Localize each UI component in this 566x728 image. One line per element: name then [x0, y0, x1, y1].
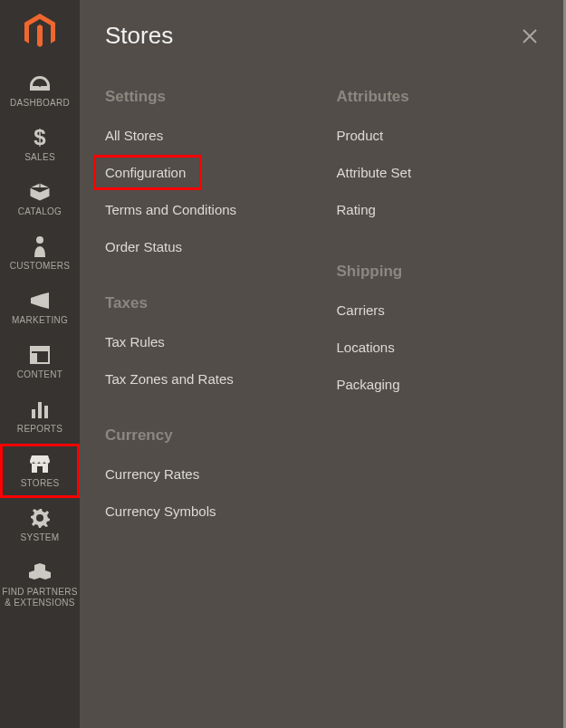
menu-attribute-set[interactable]: Attribute Set	[337, 165, 542, 180]
menu-columns: Settings All Stores Configuration Terms …	[105, 88, 541, 559]
nav-label: STORES	[21, 478, 60, 489]
section-heading: Taxes	[105, 294, 310, 312]
nav-marketing[interactable]: MARKETING	[0, 281, 80, 335]
dashboard-icon	[27, 72, 53, 94]
nav-partners[interactable]: FIND PARTNERS & EXTENSIONS	[0, 552, 80, 618]
menu-currency-rates[interactable]: Currency Rates	[105, 466, 310, 482]
section-attributes: Attributes Product Attribute Set Rating	[337, 88, 542, 217]
bars-icon	[27, 398, 53, 420]
close-button[interactable]	[519, 25, 541, 47]
section-heading: Settings	[105, 88, 310, 106]
menu-configuration[interactable]: Configuration	[93, 155, 202, 190]
menu-all-stores[interactable]: All Stores	[105, 128, 310, 143]
menu-tax-zones-rates[interactable]: Tax Zones and Rates	[105, 371, 310, 387]
section-settings: Settings All Stores Configuration Terms …	[105, 88, 310, 254]
box-icon	[27, 181, 53, 203]
svg-rect-10	[37, 466, 43, 473]
section-currency: Currency Currency Rates Currency Symbols	[105, 426, 310, 519]
column-left: Settings All Stores Configuration Terms …	[105, 88, 310, 559]
svg-rect-6	[32, 409, 35, 418]
store-icon	[27, 453, 53, 474]
section-taxes: Taxes Tax Rules Tax Zones and Rates	[105, 294, 310, 387]
nav-label: CONTENT	[17, 369, 62, 380]
nav-catalog[interactable]: CATALOG	[0, 172, 80, 226]
svg-point-2	[36, 236, 43, 244]
menu-currency-symbols[interactable]: Currency Symbols	[105, 503, 310, 519]
nav-sales[interactable]: $ SALES	[0, 118, 80, 172]
nav-system[interactable]: SYSTEM	[0, 498, 80, 552]
menu-carriers[interactable]: Carriers	[337, 302, 542, 318]
nav-dashboard[interactable]: DASHBOARD	[0, 63, 80, 118]
admin-sidebar: DASHBOARD $ SALES CATALOG CUSTOMERS MARK…	[0, 0, 80, 728]
menu-order-status[interactable]: Order Status	[105, 239, 310, 254]
panel-title: Stores	[105, 22, 173, 50]
section-heading: Shipping	[337, 263, 542, 281]
menu-packaging[interactable]: Packaging	[337, 377, 542, 392]
section-shipping: Shipping Carriers Locations Packaging	[337, 263, 542, 392]
panel-header: Stores	[105, 22, 541, 50]
nav-label: SALES	[24, 152, 55, 163]
menu-rating[interactable]: Rating	[337, 202, 542, 217]
nav-reports[interactable]: REPORTS	[0, 389, 80, 444]
svg-rect-4	[31, 347, 49, 351]
blocks-icon	[27, 561, 53, 583]
svg-point-11	[36, 514, 43, 522]
section-heading: Currency	[105, 426, 310, 445]
dollar-icon: $	[27, 127, 53, 148]
gear-icon	[27, 507, 53, 529]
nav-label: CUSTOMERS	[10, 261, 70, 272]
close-icon	[522, 28, 538, 44]
svg-rect-8	[44, 406, 48, 418]
nav-label: SYSTEM	[21, 532, 60, 543]
stores-panel: Stores Settings All Stores Configuration…	[80, 0, 566, 728]
menu-product[interactable]: Product	[337, 128, 542, 143]
nav-label: DASHBOARD	[10, 98, 70, 109]
nav-label: CATALOG	[18, 206, 62, 217]
menu-tax-rules[interactable]: Tax Rules	[105, 334, 310, 350]
svg-rect-5	[31, 353, 37, 363]
nav-customers[interactable]: CUSTOMERS	[0, 226, 80, 281]
svg-rect-7	[38, 402, 42, 418]
nav-label: REPORTS	[17, 424, 62, 435]
section-heading: Attributes	[337, 88, 542, 106]
layout-icon	[27, 344, 53, 366]
person-icon	[27, 235, 53, 257]
svg-text:$: $	[34, 127, 46, 148]
nav-content[interactable]: CONTENT	[0, 335, 80, 389]
megaphone-icon	[27, 290, 53, 311]
nav-stores[interactable]: STORES	[0, 444, 80, 498]
nav-label: MARKETING	[12, 315, 68, 326]
magento-logo[interactable]	[0, 0, 80, 63]
column-right: Attributes Product Attribute Set Rating …	[337, 88, 542, 559]
menu-terms-conditions[interactable]: Terms and Conditions	[105, 202, 310, 217]
menu-locations[interactable]: Locations	[337, 340, 542, 355]
magento-logo-icon	[24, 14, 55, 50]
nav-label: FIND PARTNERS & EXTENSIONS	[2, 587, 78, 608]
